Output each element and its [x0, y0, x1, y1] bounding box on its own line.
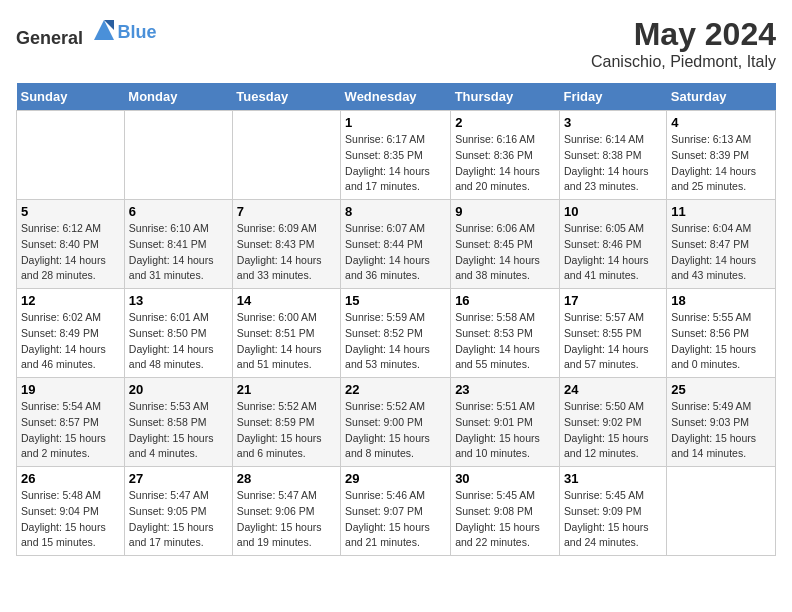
day-number: 2 [455, 115, 555, 130]
calendar-cell: 8Sunrise: 6:07 AMSunset: 8:44 PMDaylight… [341, 200, 451, 289]
day-number: 22 [345, 382, 446, 397]
calendar-cell: 20Sunrise: 5:53 AMSunset: 8:58 PMDayligh… [124, 378, 232, 467]
day-number: 16 [455, 293, 555, 308]
calendar-cell: 2Sunrise: 6:16 AMSunset: 8:36 PMDaylight… [451, 111, 560, 200]
month-title: May 2024 [591, 16, 776, 53]
day-info: Sunrise: 5:45 AMSunset: 9:08 PMDaylight:… [455, 488, 555, 551]
day-info: Sunrise: 5:51 AMSunset: 9:01 PMDaylight:… [455, 399, 555, 462]
calendar-week-row: 19Sunrise: 5:54 AMSunset: 8:57 PMDayligh… [17, 378, 776, 467]
calendar-cell [124, 111, 232, 200]
day-number: 8 [345, 204, 446, 219]
day-info: Sunrise: 5:54 AMSunset: 8:57 PMDaylight:… [21, 399, 120, 462]
calendar-week-row: 1Sunrise: 6:17 AMSunset: 8:35 PMDaylight… [17, 111, 776, 200]
calendar-cell: 26Sunrise: 5:48 AMSunset: 9:04 PMDayligh… [17, 467, 125, 556]
calendar-cell: 31Sunrise: 5:45 AMSunset: 9:09 PMDayligh… [559, 467, 666, 556]
day-number: 9 [455, 204, 555, 219]
day-number: 15 [345, 293, 446, 308]
weekday-header: Tuesday [232, 83, 340, 111]
day-number: 26 [21, 471, 120, 486]
calendar-cell [17, 111, 125, 200]
day-info: Sunrise: 5:46 AMSunset: 9:07 PMDaylight:… [345, 488, 446, 551]
weekday-header: Thursday [451, 83, 560, 111]
day-info: Sunrise: 6:04 AMSunset: 8:47 PMDaylight:… [671, 221, 771, 284]
logo-icon [90, 16, 118, 44]
day-number: 17 [564, 293, 662, 308]
day-number: 25 [671, 382, 771, 397]
logo-general: General [16, 28, 83, 48]
weekday-header: Sunday [17, 83, 125, 111]
weekday-header-row: SundayMondayTuesdayWednesdayThursdayFrid… [17, 83, 776, 111]
page-header: General Blue May 2024 Canischio, Piedmon… [16, 16, 776, 71]
day-info: Sunrise: 5:47 AMSunset: 9:06 PMDaylight:… [237, 488, 336, 551]
day-info: Sunrise: 6:10 AMSunset: 8:41 PMDaylight:… [129, 221, 228, 284]
calendar-cell: 16Sunrise: 5:58 AMSunset: 8:53 PMDayligh… [451, 289, 560, 378]
calendar-cell: 1Sunrise: 6:17 AMSunset: 8:35 PMDaylight… [341, 111, 451, 200]
day-number: 20 [129, 382, 228, 397]
day-number: 11 [671, 204, 771, 219]
day-info: Sunrise: 6:09 AMSunset: 8:43 PMDaylight:… [237, 221, 336, 284]
calendar-cell: 6Sunrise: 6:10 AMSunset: 8:41 PMDaylight… [124, 200, 232, 289]
calendar-week-row: 26Sunrise: 5:48 AMSunset: 9:04 PMDayligh… [17, 467, 776, 556]
calendar-cell: 24Sunrise: 5:50 AMSunset: 9:02 PMDayligh… [559, 378, 666, 467]
logo: General Blue [16, 16, 157, 49]
day-info: Sunrise: 5:53 AMSunset: 8:58 PMDaylight:… [129, 399, 228, 462]
day-number: 13 [129, 293, 228, 308]
day-info: Sunrise: 5:57 AMSunset: 8:55 PMDaylight:… [564, 310, 662, 373]
calendar-cell [667, 467, 776, 556]
day-number: 12 [21, 293, 120, 308]
calendar-cell: 29Sunrise: 5:46 AMSunset: 9:07 PMDayligh… [341, 467, 451, 556]
day-number: 30 [455, 471, 555, 486]
weekday-header: Wednesday [341, 83, 451, 111]
calendar-cell: 11Sunrise: 6:04 AMSunset: 8:47 PMDayligh… [667, 200, 776, 289]
day-info: Sunrise: 6:17 AMSunset: 8:35 PMDaylight:… [345, 132, 446, 195]
day-info: Sunrise: 5:59 AMSunset: 8:52 PMDaylight:… [345, 310, 446, 373]
calendar-cell: 3Sunrise: 6:14 AMSunset: 8:38 PMDaylight… [559, 111, 666, 200]
day-number: 3 [564, 115, 662, 130]
day-info: Sunrise: 5:45 AMSunset: 9:09 PMDaylight:… [564, 488, 662, 551]
day-number: 1 [345, 115, 446, 130]
day-number: 10 [564, 204, 662, 219]
calendar-cell: 10Sunrise: 6:05 AMSunset: 8:46 PMDayligh… [559, 200, 666, 289]
day-info: Sunrise: 6:07 AMSunset: 8:44 PMDaylight:… [345, 221, 446, 284]
calendar-cell: 7Sunrise: 6:09 AMSunset: 8:43 PMDaylight… [232, 200, 340, 289]
calendar-cell: 5Sunrise: 6:12 AMSunset: 8:40 PMDaylight… [17, 200, 125, 289]
day-info: Sunrise: 5:50 AMSunset: 9:02 PMDaylight:… [564, 399, 662, 462]
weekday-header: Monday [124, 83, 232, 111]
day-number: 28 [237, 471, 336, 486]
logo-blue: Blue [118, 22, 157, 42]
calendar-cell: 21Sunrise: 5:52 AMSunset: 8:59 PMDayligh… [232, 378, 340, 467]
day-info: Sunrise: 5:58 AMSunset: 8:53 PMDaylight:… [455, 310, 555, 373]
calendar-cell: 19Sunrise: 5:54 AMSunset: 8:57 PMDayligh… [17, 378, 125, 467]
calendar-cell: 18Sunrise: 5:55 AMSunset: 8:56 PMDayligh… [667, 289, 776, 378]
calendar-cell: 13Sunrise: 6:01 AMSunset: 8:50 PMDayligh… [124, 289, 232, 378]
day-info: Sunrise: 5:55 AMSunset: 8:56 PMDaylight:… [671, 310, 771, 373]
calendar-cell: 14Sunrise: 6:00 AMSunset: 8:51 PMDayligh… [232, 289, 340, 378]
calendar-cell: 25Sunrise: 5:49 AMSunset: 9:03 PMDayligh… [667, 378, 776, 467]
day-number: 23 [455, 382, 555, 397]
calendar-cell [232, 111, 340, 200]
day-info: Sunrise: 6:05 AMSunset: 8:46 PMDaylight:… [564, 221, 662, 284]
calendar-cell: 30Sunrise: 5:45 AMSunset: 9:08 PMDayligh… [451, 467, 560, 556]
day-info: Sunrise: 5:47 AMSunset: 9:05 PMDaylight:… [129, 488, 228, 551]
day-info: Sunrise: 6:02 AMSunset: 8:49 PMDaylight:… [21, 310, 120, 373]
day-info: Sunrise: 6:06 AMSunset: 8:45 PMDaylight:… [455, 221, 555, 284]
day-number: 14 [237, 293, 336, 308]
calendar-week-row: 12Sunrise: 6:02 AMSunset: 8:49 PMDayligh… [17, 289, 776, 378]
title-block: May 2024 Canischio, Piedmont, Italy [591, 16, 776, 71]
day-number: 19 [21, 382, 120, 397]
day-info: Sunrise: 6:00 AMSunset: 8:51 PMDaylight:… [237, 310, 336, 373]
day-number: 6 [129, 204, 228, 219]
calendar-cell: 12Sunrise: 6:02 AMSunset: 8:49 PMDayligh… [17, 289, 125, 378]
day-number: 29 [345, 471, 446, 486]
calendar-cell: 23Sunrise: 5:51 AMSunset: 9:01 PMDayligh… [451, 378, 560, 467]
day-info: Sunrise: 6:12 AMSunset: 8:40 PMDaylight:… [21, 221, 120, 284]
calendar-table: SundayMondayTuesdayWednesdayThursdayFrid… [16, 83, 776, 556]
calendar-cell: 9Sunrise: 6:06 AMSunset: 8:45 PMDaylight… [451, 200, 560, 289]
day-number: 31 [564, 471, 662, 486]
day-info: Sunrise: 5:48 AMSunset: 9:04 PMDaylight:… [21, 488, 120, 551]
weekday-header: Saturday [667, 83, 776, 111]
day-info: Sunrise: 5:52 AMSunset: 9:00 PMDaylight:… [345, 399, 446, 462]
calendar-cell: 15Sunrise: 5:59 AMSunset: 8:52 PMDayligh… [341, 289, 451, 378]
day-info: Sunrise: 6:01 AMSunset: 8:50 PMDaylight:… [129, 310, 228, 373]
day-number: 7 [237, 204, 336, 219]
